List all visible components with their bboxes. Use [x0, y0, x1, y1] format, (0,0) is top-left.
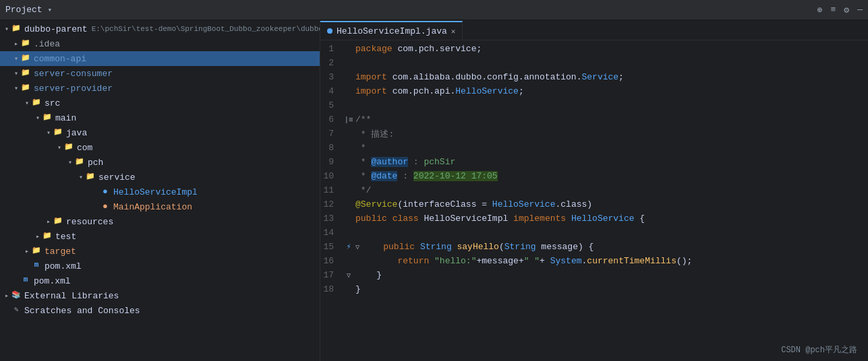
code-line-3: 3 import com.alibaba.dubbo.config.annota… [320, 70, 692, 84]
tree-item-service[interactable]: ▾ 📁 service [0, 170, 320, 185]
folder-icon: 📁 [11, 24, 22, 34]
file-tree: ▾ 📁 dubbo-parent E:\pchSir\test-demo\Spr… [0, 20, 320, 361]
tree-item-test[interactable]: ▸ 📁 test [0, 229, 320, 244]
minimize-icon[interactable]: — [857, 5, 863, 15]
tab-label: HelloServiceImpl.java [337, 26, 447, 36]
tree-item-pch[interactable]: ▾ 📁 pch [0, 155, 320, 170]
code-line-1: 1 package com.pch.service; [320, 42, 692, 56]
code-line-18: 18 } [320, 282, 692, 296]
folder-icon: 📁 [20, 38, 31, 49]
tab-close-icon[interactable]: ✕ [451, 27, 456, 36]
editor-content[interactable]: 1 package com.pch.service; 2 3 import co… [320, 40, 868, 361]
chevron-down-icon[interactable]: ▾ [48, 5, 53, 14]
title-bar: Project ▾ ⊕ ≡ ⚙ — [0, 0, 868, 20]
tree-label: server-consumer [34, 69, 113, 79]
tree-label: java [66, 128, 87, 138]
code-line-9: 9 * @author : pchSir [320, 155, 692, 169]
code-line-7: 7 * 描述: [320, 127, 692, 141]
arrow-icon: ▸ [23, 247, 31, 255]
tree-item-scratches-consoles[interactable]: ✎ Scratches and Consoles [0, 303, 320, 318]
tree-label: .idea [34, 39, 60, 49]
arrow-icon: ▸ [3, 292, 11, 300]
arrow-icon: ▾ [66, 158, 74, 166]
tree-label: test [55, 232, 76, 242]
arrow-icon: ▾ [55, 143, 63, 152]
tree-item-hello-service-impl[interactable]: ● HelloServiceImpl [0, 185, 320, 199]
tree-item-external-libraries[interactable]: ▸ 📚 External Libraries [0, 288, 320, 303]
tree-item-server-provider[interactable]: ▾ 📁 server-provider [0, 81, 320, 96]
java-file-icon: ● [100, 187, 111, 197]
code-lines: 1 package com.pch.service; 2 3 import co… [320, 40, 692, 361]
tree-label: MainApplication [113, 202, 192, 212]
xml-file-icon: m [20, 275, 31, 286]
tree-label: Scratches and Consoles [24, 306, 140, 316]
tree-label: pch [88, 158, 103, 168]
code-line-12: 12 @Service(interfaceClass = HelloServic… [320, 197, 692, 211]
tree-label: pom.xml [45, 261, 82, 271]
tree-label: target [45, 247, 76, 257]
tree-item-src[interactable]: ▾ 📁 src [0, 96, 320, 110]
tree-item-common-api[interactable]: ▾ 📁 common-api [0, 51, 320, 66]
tree-item-resources[interactable]: ▸ 📁 resources [0, 214, 320, 229]
arrow-icon: ▾ [23, 99, 31, 107]
tab-hello-service-impl[interactable]: HelloServiceImpl.java ✕ [320, 21, 463, 40]
code-line-6: 6 |≡ /** [320, 112, 692, 127]
arrow-icon: ▾ [12, 69, 20, 77]
tree-label: common-api [34, 54, 86, 64]
folder-icon: 📁 [63, 142, 74, 153]
editor-area: HelloServiceImpl.java ✕ 1 package com.pc… [320, 20, 868, 361]
add-scope-icon[interactable]: ⊕ [817, 5, 823, 15]
folder-icon: 📁 [42, 231, 53, 242]
code-line-5: 5 [320, 98, 692, 112]
folder-icon: 📁 [53, 127, 63, 138]
tree-item-target[interactable]: ▸ 📁 target [0, 244, 320, 259]
tree-item-com[interactable]: ▾ 📁 com [0, 140, 320, 155]
code-line-14: 14 [320, 226, 692, 240]
folder-icon: 📁 [42, 112, 53, 123]
tree-item-main-application[interactable]: ● MainApplication [0, 199, 320, 214]
arrow-icon: ▾ [12, 84, 20, 92]
folder-icon: 📁 [85, 172, 96, 183]
folder-icon: 📁 [74, 157, 85, 168]
folder-icon: 📁 [31, 98, 42, 108]
xml-file-icon: m [31, 261, 42, 271]
folder-icon: 📁 [20, 83, 31, 94]
java-tab-dot [327, 28, 332, 34]
tree-item-dubbo-parent[interactable]: ▾ 📁 dubbo-parent E:\pchSir\test-demo\Spr… [0, 22, 320, 36]
code-line-4: 4 import com.pch.api.HelloService; [320, 84, 692, 98]
tree-label: dubbo-parent [24, 24, 88, 34]
tree-label: server-provider [34, 84, 113, 94]
title-bar-icons: ⊕ ≡ ⚙ — [817, 5, 863, 15]
java-file-icon: ● [100, 201, 111, 212]
tree-label: main [55, 113, 76, 123]
arrow-icon: ▾ [45, 129, 53, 137]
tree-label: resources [66, 217, 113, 227]
tree-item-server-consumer[interactable]: ▾ 📁 server-consumer [0, 66, 320, 81]
tree-item-java[interactable]: ▾ 📁 java [0, 125, 320, 140]
arrow-icon: ▾ [3, 25, 11, 33]
scratches-icon: ✎ [11, 305, 22, 316]
folder-icon: 📁 [20, 68, 31, 79]
arrow-icon: ▸ [12, 40, 20, 48]
settings-icon[interactable]: ⚙ [844, 5, 849, 15]
tree-label: pom.xml [34, 276, 71, 286]
arrow-icon: ▾ [77, 173, 85, 181]
tree-item-idea[interactable]: ▸ 📁 .idea [0, 36, 320, 51]
tree-item-pom-xml-root[interactable]: m pom.xml [0, 273, 320, 288]
arrow-icon: ▾ [12, 55, 20, 63]
tree-item-main[interactable]: ▾ 📁 main [0, 110, 320, 125]
tab-bar: HelloServiceImpl.java ✕ [320, 20, 868, 40]
arrow-icon: ▾ [34, 114, 42, 122]
code-line-13: 13 public class HelloServiceImpl impleme… [320, 211, 692, 226]
code-line-17: 17 ▽ } [320, 268, 692, 282]
folder-icon: 📁 [20, 53, 31, 64]
code-line-10: 10 * @date : 2022-10-12 17:05 [320, 169, 692, 183]
collapse-icon[interactable]: ≡ [831, 5, 836, 15]
main-area: ▾ 📁 dubbo-parent E:\pchSir\test-demo\Spr… [0, 20, 868, 361]
arrow-icon: ▸ [45, 218, 53, 226]
code-line-8: 8 * [320, 141, 692, 155]
tree-label: com [77, 143, 92, 153]
tree-item-pom-xml-provider[interactable]: m pom.xml [0, 259, 320, 273]
code-line-15: 15 ⚡ ▽ public String sayHello(String mes… [320, 240, 692, 254]
code-line-16: 16 return "hello:"+message+" "+ System.c… [320, 254, 692, 268]
